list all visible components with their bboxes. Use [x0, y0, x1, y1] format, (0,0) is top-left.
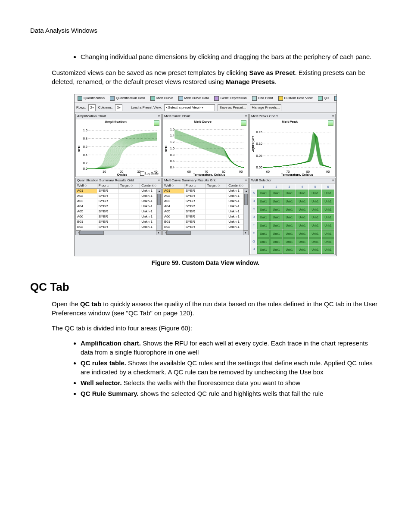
- pane-dropdown-icon[interactable]: ▾: [332, 115, 334, 118]
- well-cell[interactable]: Unk1: [283, 230, 296, 238]
- well-cell[interactable]: Unk1: [270, 230, 283, 238]
- manage-presets-button[interactable]: Manage Presets...: [250, 104, 281, 111]
- well-cell[interactable]: Unk1: [257, 190, 270, 197]
- well-cell[interactable]: Unk1: [322, 222, 334, 230]
- save-as-preset-button[interactable]: Save as Preset...: [218, 104, 247, 111]
- col-well[interactable]: Well◇: [76, 184, 97, 188]
- col-fluor[interactable]: Fluor▵: [184, 184, 206, 188]
- well-cell[interactable]: Unk1: [257, 214, 270, 221]
- tab-run-information[interactable]: Run Information: [332, 95, 336, 102]
- log-scale-checkbox[interactable]: Log Scale: [140, 171, 159, 176]
- tab-qc[interactable]: QC: [316, 95, 331, 102]
- col-target[interactable]: Target◇: [206, 184, 227, 188]
- table-row[interactable]: A03SYBRUnkn-1: [76, 199, 161, 204]
- well-cell[interactable]: Unk1: [270, 198, 283, 205]
- well-cell[interactable]: Unk1: [283, 246, 296, 254]
- spectrum-icon[interactable]: [328, 120, 333, 126]
- well-cell[interactable]: Unk1: [309, 222, 321, 230]
- well-cell[interactable]: Unk1: [270, 246, 283, 254]
- well-cell[interactable]: Unk1: [309, 206, 321, 214]
- well-cell[interactable]: Unk1: [257, 246, 270, 254]
- well-row-header[interactable]: C: [251, 206, 257, 214]
- col-content[interactable]: Content◇: [227, 184, 248, 188]
- pane-dropdown-icon[interactable]: ▾: [158, 115, 160, 118]
- well-col-header[interactable]: 1: [257, 184, 270, 190]
- col-fluor[interactable]: Fluor▵: [97, 184, 119, 188]
- spectrum-icon[interactable]: [154, 120, 159, 126]
- well-cell[interactable]: Unk1: [322, 198, 334, 205]
- table-row[interactable]: A01SYBRUnkn-1: [163, 189, 248, 194]
- well-cell[interactable]: Unk1: [283, 214, 296, 221]
- well-cell[interactable]: Unk1: [283, 238, 296, 246]
- pane-dropdown-icon[interactable]: ▾: [158, 179, 160, 183]
- well-cell[interactable]: Unk1: [322, 246, 334, 254]
- col-target[interactable]: Target◇: [119, 184, 140, 188]
- table-row[interactable]: B01SYBRUnkn-1: [76, 220, 161, 225]
- table-row[interactable]: A01SYBRUnkn-1: [76, 189, 161, 194]
- table-row[interactable]: A06SYBRUnkn-1: [76, 215, 161, 220]
- well-cell[interactable]: Unk1: [322, 238, 334, 246]
- well-cell[interactable]: Unk1: [309, 214, 321, 221]
- tab-gene-expression[interactable]: Gene Expression: [212, 95, 249, 102]
- table-row[interactable]: A03SYBRUnkn-1: [163, 199, 248, 204]
- well-row-header[interactable]: G: [251, 238, 257, 246]
- well-cell[interactable]: Unk1: [283, 190, 296, 197]
- well-cell[interactable]: Unk1: [270, 238, 283, 246]
- spectrum-icon[interactable]: [241, 120, 246, 126]
- well-cell[interactable]: Unk1: [296, 198, 308, 205]
- table-row[interactable]: A05SYBRUnkn-1: [163, 209, 248, 215]
- well-cell[interactable]: Unk1: [296, 246, 308, 254]
- table-row[interactable]: A02SYBRUnkn-1: [76, 194, 161, 199]
- table-row[interactable]: A06SYBRUnkn-1: [163, 215, 248, 220]
- pane-dropdown-icon[interactable]: ▾: [245, 115, 247, 118]
- well-cell[interactable]: Unk1: [322, 190, 334, 197]
- tab-end-point[interactable]: End Point: [250, 95, 275, 102]
- well-cell[interactable]: Unk1: [322, 214, 334, 221]
- vertical-scrollbar[interactable]: ▴: [156, 189, 161, 230]
- preset-select[interactable]: <Select a preset View>: [164, 104, 215, 111]
- table-row[interactable]: A04SYBRUnkn-1: [163, 204, 248, 209]
- table-row[interactable]: B02SYBRUnkn-1: [163, 225, 248, 230]
- well-row-header[interactable]: E: [251, 222, 257, 230]
- well-row-header[interactable]: A: [251, 190, 257, 197]
- well-cell[interactable]: Unk1: [296, 190, 308, 197]
- well-cell[interactable]: Unk1: [257, 222, 270, 230]
- tab-melt-curve[interactable]: Melt Curve: [148, 95, 175, 102]
- well-row-header[interactable]: B: [251, 198, 257, 205]
- col-content[interactable]: Content◇: [140, 184, 161, 188]
- well-cell[interactable]: Unk1: [270, 190, 283, 197]
- well-cell[interactable]: Unk1: [296, 222, 308, 230]
- well-cell[interactable]: Unk1: [270, 214, 283, 221]
- well-row-header[interactable]: D: [251, 214, 257, 221]
- well-cell[interactable]: Unk1: [270, 206, 283, 214]
- well-col-header[interactable]: 5: [309, 184, 321, 190]
- well-cell[interactable]: Unk1: [283, 198, 296, 205]
- tab-custom-data-view[interactable]: Custom Data View: [276, 95, 315, 102]
- table-row[interactable]: A02SYBRUnkn-1: [163, 194, 248, 199]
- pane-dropdown-icon[interactable]: ▾: [245, 179, 247, 183]
- horizontal-scrollbar[interactable]: ◂▸: [163, 230, 248, 235]
- well-cell[interactable]: Unk1: [257, 230, 270, 238]
- well-col-header[interactable]: 2: [270, 184, 283, 190]
- well-cell[interactable]: Unk1: [270, 222, 283, 230]
- tab-quantification[interactable]: Quantification: [75, 95, 107, 102]
- rows-select[interactable]: 2: [88, 104, 95, 111]
- well-cell[interactable]: Unk1: [296, 238, 308, 246]
- table-row[interactable]: A04SYBRUnkn-1: [76, 204, 161, 209]
- well-cell[interactable]: Unk1: [309, 198, 321, 205]
- well-cell[interactable]: Unk1: [257, 206, 270, 214]
- table-row[interactable]: B01SYBRUnkn-1: [163, 220, 248, 225]
- tab-quantification-data[interactable]: Quantification Data: [108, 95, 147, 102]
- well-cell[interactable]: Unk1: [322, 206, 334, 214]
- cols-select[interactable]: 3: [115, 104, 122, 111]
- well-col-header[interactable]: 6: [322, 184, 334, 190]
- well-row-header[interactable]: F: [251, 230, 257, 238]
- well-cell[interactable]: Unk1: [257, 198, 270, 205]
- well-col-header[interactable]: 3: [283, 184, 296, 190]
- well-cell[interactable]: Unk1: [296, 230, 308, 238]
- vertical-scrollbar[interactable]: ▴: [243, 189, 248, 230]
- well-cell[interactable]: Unk1: [296, 206, 308, 214]
- col-well[interactable]: Well◇: [163, 184, 184, 188]
- well-cell[interactable]: Unk1: [283, 222, 296, 230]
- well-cell[interactable]: Unk1: [309, 238, 321, 246]
